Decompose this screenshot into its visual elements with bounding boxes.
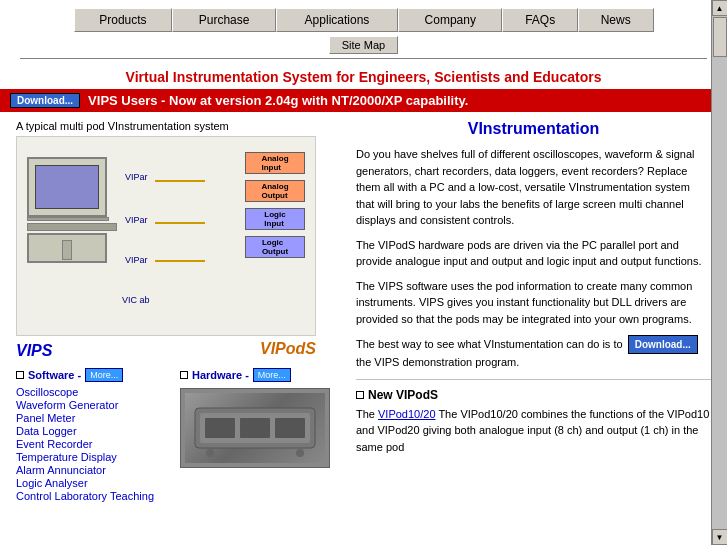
list-item[interactable]: Logic Analyser (16, 477, 172, 489)
list-item[interactable]: Data Logger (16, 425, 172, 437)
vinstr-para1: Do you have shelves full of different os… (356, 146, 711, 229)
list-item[interactable]: Waveform Generator (16, 399, 172, 411)
nav-table: Products Purchase Applications Company F… (74, 8, 654, 32)
nav-container: Products Purchase Applications Company F… (0, 0, 727, 54)
list-item[interactable]: Panel Meter (16, 412, 172, 424)
scrollbar[interactable]: ▲ ▼ (711, 0, 727, 511)
conn-line-2 (155, 222, 205, 224)
svg-rect-2 (205, 418, 235, 438)
vinstr-para4: The best way to see what VInstumentation… (356, 335, 711, 371)
para4-download-btn[interactable]: Download... (628, 335, 698, 354)
logic-output-conn: LogicOutput (245, 236, 305, 258)
pc-neck (27, 217, 109, 221)
analog-input-conn: AnalogInput (245, 152, 305, 174)
nav-applications[interactable]: Applications (276, 8, 398, 32)
left-panel: A typical multi pod VInstrumentation sys… (16, 120, 336, 503)
vipar-label-2: VIPar (125, 215, 148, 225)
vipod10-20-link[interactable]: VIPod10/20 (378, 408, 436, 420)
vipods-label: VIPodS (260, 340, 316, 358)
conn-line-1 (155, 180, 205, 182)
pc-body (27, 233, 107, 263)
new-vipods-icon (356, 391, 364, 399)
svg-point-5 (206, 449, 214, 457)
list-item[interactable]: Alarm Annunciator (16, 464, 172, 476)
para4-post: the VIPS demonstration program. (356, 356, 519, 368)
pc-monitor (27, 157, 107, 217)
hardware-more-btn[interactable]: More... (253, 368, 291, 382)
nav-purchase[interactable]: Purchase (172, 8, 275, 32)
vinstr-para2: The VIPodS hardware pods are driven via … (356, 237, 711, 270)
hw-image (180, 388, 336, 468)
scroll-track[interactable] (712, 16, 728, 511)
diagram-title: A typical multi pod VInstrumentation sys… (16, 120, 336, 132)
svg-rect-3 (240, 418, 270, 438)
vinstrumentation-title: VInstrumentation (356, 120, 711, 138)
list-item[interactable]: Control Laboratory Teaching (16, 490, 172, 502)
vic-label: VIC ab (122, 295, 150, 305)
right-panel: VInstrumentation Do you have shelves ful… (348, 120, 711, 503)
hardware-title: Hardware - (192, 369, 249, 381)
conn-line-3 (155, 260, 205, 262)
software-more-btn[interactable]: More... (85, 368, 123, 382)
software-icon (16, 371, 24, 379)
sitemap-button[interactable]: Site Map (329, 36, 398, 54)
sitemap-container: Site Map (20, 36, 707, 54)
software-title: Software - (28, 369, 81, 381)
pc-image (27, 157, 117, 263)
connector-list: AnalogInput AnalogOutput LogicInput Logi… (245, 152, 305, 258)
svg-point-6 (296, 449, 304, 457)
sw-hw-row: Software - More... Oscilloscope Waveform… (16, 368, 336, 503)
diagram-footer: VIPS VIPodS (16, 338, 316, 360)
banner-download-btn[interactable]: Download... (10, 93, 80, 108)
scroll-thumb[interactable] (713, 17, 727, 57)
hardware-icon (180, 371, 188, 379)
software-panel: Software - More... Oscilloscope Waveform… (16, 368, 172, 503)
main-title: Virtual Instrumentation System for Engin… (0, 63, 727, 89)
vipar-label-3: VIPar (125, 255, 148, 265)
red-banner: Download... VIPS Users - Now at version … (0, 89, 727, 112)
nav-company[interactable]: Company (398, 8, 502, 32)
nav-products[interactable]: Products (74, 8, 173, 32)
software-list: Oscilloscope Waveform Generator Panel Me… (16, 386, 172, 502)
logic-input-conn: LogicInput (245, 208, 305, 230)
hardware-photo-inner (185, 393, 325, 463)
diagram-box: VIPar VIPar VIPar VIC ab AnalogInput Ana… (16, 136, 316, 336)
list-item[interactable]: Oscilloscope (16, 386, 172, 398)
svg-rect-4 (275, 418, 305, 438)
software-header: Software - More... (16, 368, 172, 382)
para4-pre: The best way to see what VInstumentation… (356, 338, 623, 350)
scroll-up-btn[interactable]: ▲ (712, 0, 728, 16)
new-vipods-title: New VIPodS (368, 388, 438, 402)
nav-news[interactable]: News (578, 8, 654, 32)
analog-output-conn: AnalogOutput (245, 180, 305, 202)
new-vipods-text: The VIPod10/20 The VIPod10/20 combines t… (356, 406, 711, 456)
vips-label: VIPS (16, 342, 52, 360)
vipar-label-1: VIPar (125, 172, 148, 182)
list-item[interactable]: Event Recorder (16, 438, 172, 450)
pc-screen (35, 165, 99, 209)
nav-faqs[interactable]: FAQs (502, 8, 578, 32)
hardware-photo (180, 388, 330, 468)
vinstr-para3: The VIPS software uses the pod informati… (356, 278, 711, 328)
divider (356, 379, 711, 380)
hardware-panel: Hardware - More... (180, 368, 336, 503)
hardware-svg (190, 398, 320, 458)
hardware-header: Hardware - More... (180, 368, 336, 382)
list-item[interactable]: Temperature Display (16, 451, 172, 463)
new-vipods-header: New VIPodS (356, 388, 711, 402)
banner-text: VIPS Users - Now at version 2.04g with N… (88, 93, 468, 108)
new-vipods-section: New VIPodS The VIPod10/20 The VIPod10/20… (356, 388, 711, 456)
pc-base (27, 223, 117, 231)
top-divider (20, 58, 707, 59)
content-area: A typical multi pod VInstrumentation sys… (0, 112, 727, 511)
